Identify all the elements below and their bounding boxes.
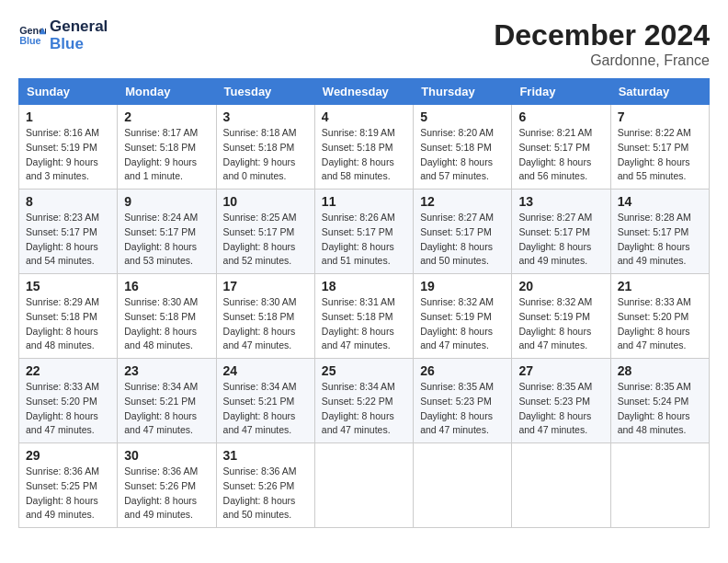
header-monday: Monday <box>118 79 216 105</box>
day-cell: 24 Sunrise: 8:34 AM Sunset: 5:21 PM Dayl… <box>216 359 314 443</box>
day-info: Sunrise: 8:31 AM Sunset: 5:18 PM Dayligh… <box>322 295 406 353</box>
day-cell: 27 Sunrise: 8:35 AM Sunset: 5:23 PM Dayl… <box>512 359 610 443</box>
day-cell: 31 Sunrise: 8:36 AM Sunset: 5:26 PM Dayl… <box>216 443 314 528</box>
day-number: 24 <box>223 363 308 378</box>
day-info: Sunrise: 8:27 AM Sunset: 5:17 PM Dayligh… <box>420 211 505 269</box>
week-row-1: 1 Sunrise: 8:16 AM Sunset: 5:19 PM Dayli… <box>19 105 710 190</box>
title-block: December 2024 Gardonne, France <box>494 18 710 69</box>
day-number: 4 <box>322 109 406 124</box>
day-number: 31 <box>223 448 308 463</box>
day-info: Sunrise: 8:18 AM Sunset: 5:18 PM Dayligh… <box>223 126 308 184</box>
day-number: 14 <box>618 194 702 209</box>
week-row-5: 29 Sunrise: 8:36 AM Sunset: 5:25 PM Dayl… <box>19 443 710 528</box>
day-info: Sunrise: 8:24 AM Sunset: 5:17 PM Dayligh… <box>124 211 209 269</box>
day-cell: 20 Sunrise: 8:32 AM Sunset: 5:19 PM Dayl… <box>512 274 610 359</box>
day-number: 3 <box>223 109 308 124</box>
day-cell: 15 Sunrise: 8:29 AM Sunset: 5:18 PM Dayl… <box>19 274 118 359</box>
day-number: 15 <box>26 279 110 293</box>
day-number: 27 <box>518 363 603 378</box>
day-cell: 22 Sunrise: 8:33 AM Sunset: 5:20 PM Dayl… <box>19 359 118 443</box>
header-wednesday: Wednesday <box>314 79 413 105</box>
day-cell <box>512 443 610 528</box>
day-info: Sunrise: 8:34 AM Sunset: 5:21 PM Dayligh… <box>223 380 308 438</box>
day-cell: 3 Sunrise: 8:18 AM Sunset: 5:18 PM Dayli… <box>216 105 314 190</box>
day-cell: 11 Sunrise: 8:26 AM Sunset: 5:17 PM Dayl… <box>314 190 413 274</box>
day-cell: 10 Sunrise: 8:25 AM Sunset: 5:17 PM Dayl… <box>216 190 314 274</box>
day-cell: 5 Sunrise: 8:20 AM Sunset: 5:18 PM Dayli… <box>414 105 512 190</box>
day-number: 8 <box>26 194 110 209</box>
day-info: Sunrise: 8:36 AM Sunset: 5:26 PM Dayligh… <box>223 465 308 523</box>
day-cell: 30 Sunrise: 8:36 AM Sunset: 5:26 PM Dayl… <box>118 443 216 528</box>
day-info: Sunrise: 8:32 AM Sunset: 5:19 PM Dayligh… <box>518 295 603 353</box>
page-header: General Blue General Blue December 2024 … <box>18 18 710 69</box>
day-info: Sunrise: 8:34 AM Sunset: 5:21 PM Dayligh… <box>124 380 209 438</box>
day-info: Sunrise: 8:17 AM Sunset: 5:18 PM Dayligh… <box>124 126 209 184</box>
calendar-header-row: SundayMondayTuesdayWednesdayThursdayFrid… <box>19 79 710 105</box>
day-number: 16 <box>124 279 209 293</box>
day-number: 10 <box>223 194 308 209</box>
day-cell: 25 Sunrise: 8:34 AM Sunset: 5:22 PM Dayl… <box>314 359 413 443</box>
day-info: Sunrise: 8:23 AM Sunset: 5:17 PM Dayligh… <box>26 211 110 269</box>
day-info: Sunrise: 8:27 AM Sunset: 5:17 PM Dayligh… <box>518 211 603 269</box>
week-row-3: 15 Sunrise: 8:29 AM Sunset: 5:18 PM Dayl… <box>19 274 710 359</box>
day-cell: 21 Sunrise: 8:33 AM Sunset: 5:20 PM Dayl… <box>610 274 709 359</box>
day-info: Sunrise: 8:19 AM Sunset: 5:18 PM Dayligh… <box>322 126 406 184</box>
day-cell: 18 Sunrise: 8:31 AM Sunset: 5:18 PM Dayl… <box>314 274 413 359</box>
day-number: 19 <box>420 279 505 293</box>
day-number: 1 <box>26 109 110 124</box>
day-info: Sunrise: 8:35 AM Sunset: 5:23 PM Dayligh… <box>518 380 603 438</box>
day-info: Sunrise: 8:34 AM Sunset: 5:22 PM Dayligh… <box>322 380 406 438</box>
day-info: Sunrise: 8:22 AM Sunset: 5:17 PM Dayligh… <box>618 126 702 184</box>
day-number: 12 <box>420 194 505 209</box>
logo-icon: General Blue <box>18 22 46 50</box>
day-info: Sunrise: 8:26 AM Sunset: 5:17 PM Dayligh… <box>322 211 406 269</box>
logo: General Blue General Blue <box>18 18 108 52</box>
day-info: Sunrise: 8:30 AM Sunset: 5:18 PM Dayligh… <box>124 295 209 353</box>
day-cell: 4 Sunrise: 8:19 AM Sunset: 5:18 PM Dayli… <box>314 105 413 190</box>
day-cell: 8 Sunrise: 8:23 AM Sunset: 5:17 PM Dayli… <box>19 190 118 274</box>
day-info: Sunrise: 8:28 AM Sunset: 5:17 PM Dayligh… <box>618 211 702 269</box>
day-number: 9 <box>124 194 209 209</box>
day-cell: 7 Sunrise: 8:22 AM Sunset: 5:17 PM Dayli… <box>610 105 709 190</box>
header-friday: Friday <box>512 79 610 105</box>
day-number: 5 <box>420 109 505 124</box>
location-subtitle: Gardonne, France <box>494 52 710 69</box>
logo-line2: Blue <box>50 36 108 53</box>
day-number: 13 <box>518 194 603 209</box>
day-cell: 13 Sunrise: 8:27 AM Sunset: 5:17 PM Dayl… <box>512 190 610 274</box>
day-info: Sunrise: 8:33 AM Sunset: 5:20 PM Dayligh… <box>26 380 110 438</box>
calendar-table: SundayMondayTuesdayWednesdayThursdayFrid… <box>18 78 710 528</box>
day-cell: 6 Sunrise: 8:21 AM Sunset: 5:17 PM Dayli… <box>512 105 610 190</box>
day-info: Sunrise: 8:32 AM Sunset: 5:19 PM Dayligh… <box>420 295 505 353</box>
header-thursday: Thursday <box>414 79 512 105</box>
day-number: 17 <box>223 279 308 293</box>
day-number: 30 <box>124 448 209 463</box>
day-info: Sunrise: 8:35 AM Sunset: 5:23 PM Dayligh… <box>420 380 505 438</box>
day-cell: 23 Sunrise: 8:34 AM Sunset: 5:21 PM Dayl… <box>118 359 216 443</box>
day-number: 18 <box>322 279 406 293</box>
header-sunday: Sunday <box>19 79 118 105</box>
day-cell: 28 Sunrise: 8:35 AM Sunset: 5:24 PM Dayl… <box>610 359 709 443</box>
day-number: 20 <box>518 279 603 293</box>
day-info: Sunrise: 8:36 AM Sunset: 5:25 PM Dayligh… <box>26 465 110 523</box>
day-info: Sunrise: 8:30 AM Sunset: 5:18 PM Dayligh… <box>223 295 308 353</box>
header-tuesday: Tuesday <box>216 79 314 105</box>
day-cell <box>414 443 512 528</box>
day-cell <box>314 443 413 528</box>
day-number: 7 <box>618 109 702 124</box>
day-number: 11 <box>322 194 406 209</box>
day-cell: 29 Sunrise: 8:36 AM Sunset: 5:25 PM Dayl… <box>19 443 118 528</box>
day-number: 28 <box>618 363 702 378</box>
day-number: 29 <box>26 448 110 463</box>
day-info: Sunrise: 8:16 AM Sunset: 5:19 PM Dayligh… <box>26 126 110 184</box>
day-cell: 14 Sunrise: 8:28 AM Sunset: 5:17 PM Dayl… <box>610 190 709 274</box>
day-info: Sunrise: 8:36 AM Sunset: 5:26 PM Dayligh… <box>124 465 209 523</box>
day-number: 6 <box>518 109 603 124</box>
logo-line1: General <box>50 18 108 36</box>
svg-text:Blue: Blue <box>19 35 40 46</box>
day-number: 2 <box>124 109 209 124</box>
day-info: Sunrise: 8:29 AM Sunset: 5:18 PM Dayligh… <box>26 295 110 353</box>
day-number: 25 <box>322 363 406 378</box>
day-info: Sunrise: 8:21 AM Sunset: 5:17 PM Dayligh… <box>518 126 603 184</box>
day-cell: 19 Sunrise: 8:32 AM Sunset: 5:19 PM Dayl… <box>414 274 512 359</box>
